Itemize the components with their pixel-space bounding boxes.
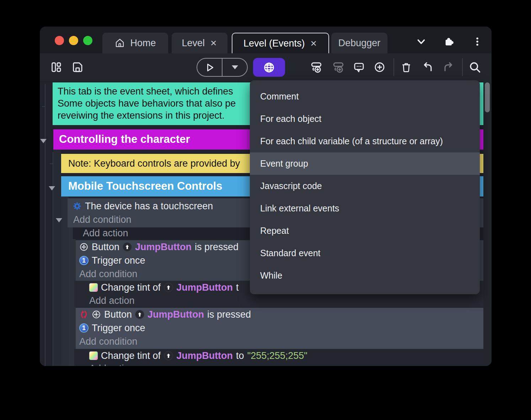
caret-down-icon (232, 65, 238, 69)
condition-text: Button (92, 242, 119, 253)
preview-options-button[interactable] (222, 59, 247, 76)
undo-button[interactable] (420, 59, 435, 75)
addons-button[interactable] (442, 34, 456, 49)
save-icon (71, 61, 84, 73)
toolbar-divider (393, 58, 394, 76)
object-name: JumpButton (148, 309, 204, 320)
object-name: JumpButton (176, 282, 233, 293)
menu-item-for-each-child-variable[interactable]: For each child variable (of a structure … (250, 130, 480, 152)
tab-label: Level (Events) (243, 38, 305, 49)
add-condition-link[interactable]: Add condition (79, 269, 138, 280)
action-text: t (236, 282, 239, 293)
tint-icon (89, 351, 98, 360)
condition-text: is pressed (207, 309, 251, 320)
group-nesting-margin (53, 129, 61, 366)
tab-list-dropdown-button[interactable] (414, 34, 428, 49)
condition-text: The device has a touchscreen (85, 201, 213, 212)
add-action-link[interactable]: Add action (89, 363, 135, 366)
menu-item-repeat[interactable]: Repeat (250, 220, 480, 242)
trigger-once-icon: 1 (79, 323, 88, 333)
tab-level[interactable]: Level × (172, 33, 227, 53)
object-name: JumpButton (176, 350, 233, 361)
scrollbar-thumb[interactable] (485, 82, 490, 112)
group-title: Mobile Touchscreen Controls (68, 180, 222, 192)
add-condition-link[interactable]: Add condition (79, 336, 138, 347)
menu-item-comment[interactable]: Comment (250, 85, 480, 108)
tab-label: Debugger (338, 38, 381, 49)
close-tab-icon[interactable]: × (210, 38, 218, 48)
add-comment-button[interactable] (351, 59, 367, 75)
jumpbutton-object-icon (164, 283, 173, 292)
close-tab-icon[interactable]: × (310, 38, 318, 48)
menu-item-while[interactable]: While (250, 264, 480, 287)
delete-button[interactable] (398, 59, 414, 75)
globe-icon (263, 61, 275, 74)
object-name: JumpButton (135, 242, 192, 253)
tab-level-events[interactable]: Level (Events) × (232, 33, 329, 53)
invert-condition-icon (79, 310, 88, 319)
add-event-button[interactable] (309, 59, 324, 75)
tab-label: Home (130, 38, 156, 49)
add-action-button[interactable] (372, 59, 387, 75)
minimize-window-button[interactable] (69, 36, 78, 45)
add-event-context-menu: Comment For each object For each child v… (250, 80, 480, 294)
puzzle-icon (443, 36, 455, 47)
redo-button[interactable] (441, 59, 456, 75)
add-sub-event-button[interactable] (331, 59, 346, 75)
trash-icon (401, 61, 412, 73)
condition-text: Trigger once (92, 323, 145, 334)
note-text: Note: Keyboard controls are provided by (68, 158, 240, 169)
plus-circle-icon (374, 61, 386, 73)
preview-browser-button[interactable] (253, 58, 285, 77)
toolbar-divider (462, 58, 463, 76)
vertical-scrollbar[interactable] (483, 81, 492, 366)
collapse-arrow-icon[interactable] (49, 186, 55, 190)
add-action-row[interactable]: Add action (74, 294, 483, 307)
condition-text: Button (104, 309, 132, 320)
trigger-once-icon: 1 (79, 256, 88, 265)
action-text: Change tint of (101, 282, 161, 293)
menu-item-link-external-events[interactable]: Link external events (250, 197, 480, 220)
gear-icon (73, 201, 82, 211)
gamepad-icon (79, 242, 88, 252)
comment-bubble-icon (353, 61, 365, 73)
layout-panels-button[interactable] (48, 59, 64, 75)
search-button[interactable] (467, 59, 483, 75)
collapse-arrow-icon[interactable] (40, 139, 47, 143)
tab-home[interactable]: Home (102, 33, 168, 53)
action-row-change-tint-2[interactable]: Change tint of JumpButton to "255;255;25… (74, 349, 483, 362)
chevron-down-icon (415, 36, 427, 48)
menu-item-event-group[interactable]: Event group (250, 152, 480, 175)
indent-tick (50, 163, 53, 164)
indent-guide (53, 152, 53, 366)
add-condition-link[interactable]: Add condition (73, 214, 132, 225)
event-block-jumpbutton-2[interactable]: Button JumpButton is pressed 1 Trigger o… (76, 308, 483, 349)
title-bar: Home Level × Level (Events) × Debugger (40, 27, 492, 53)
condition-text: Trigger once (92, 255, 145, 266)
preview-button-group (197, 58, 248, 77)
close-window-button[interactable] (55, 36, 64, 45)
indent-tick (42, 106, 45, 107)
jumpbutton-object-icon (164, 351, 173, 360)
add-action-link[interactable]: Add action (83, 228, 128, 238)
collapse-arrow-icon[interactable] (56, 218, 62, 222)
menu-item-for-each-object[interactable]: For each object (250, 108, 480, 130)
condition-text: is pressed (195, 242, 238, 253)
action-text: to (236, 350, 244, 361)
menu-item-javascript-code[interactable]: Javascript code (250, 175, 480, 197)
play-icon (204, 62, 215, 73)
group-title: Controlling the character (59, 133, 190, 145)
zoom-window-button[interactable] (83, 36, 92, 45)
search-icon (468, 61, 481, 74)
save-button[interactable] (70, 59, 85, 75)
undo-icon (422, 61, 434, 73)
toolbar (40, 53, 492, 81)
add-action-row[interactable]: Add action (74, 362, 483, 366)
tint-icon (89, 283, 98, 292)
tab-debugger[interactable]: Debugger (331, 33, 387, 53)
preview-play-button[interactable] (197, 59, 222, 76)
add-action-link[interactable]: Add action (89, 295, 135, 306)
menu-item-standard-event[interactable]: Standard event (250, 242, 480, 264)
jumpbutton-object-icon (123, 242, 132, 252)
main-menu-button[interactable] (470, 34, 484, 49)
